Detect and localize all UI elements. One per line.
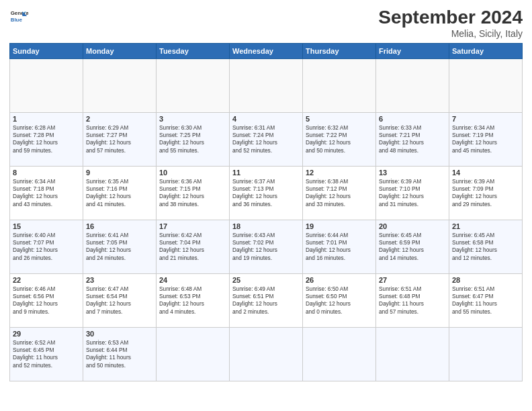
day-number: 19: [306, 222, 373, 230]
day-number: 4: [232, 115, 300, 123]
location: Melia, Sicily, Italy: [378, 28, 523, 39]
day-cell-7: 7 Sunrise: 6:34 AMSunset: 7:19 PMDayligh…: [449, 113, 523, 167]
cell-info: Sunrise: 6:46 AMSunset: 6:56 PMDaylight:…: [13, 285, 58, 315]
week-row-4: 15 Sunrise: 6:40 AMSunset: 7:07 PMDaylig…: [10, 220, 523, 274]
day-number: 23: [86, 276, 153, 284]
title-block: September 2024 Melia, Sicily, Italy: [378, 7, 523, 39]
day-number: 24: [159, 276, 226, 284]
col-saturday: Saturday: [449, 44, 523, 59]
day-cell-26: 26 Sunrise: 6:50 AMSunset: 6:50 PMDaylig…: [303, 274, 376, 328]
week-row-2: 1 Sunrise: 6:28 AMSunset: 7:28 PMDayligh…: [10, 113, 523, 167]
day-number: 12: [306, 169, 373, 177]
col-friday: Friday: [376, 44, 449, 59]
col-sunday: Sunday: [10, 44, 83, 59]
day-cell-3: 3 Sunrise: 6:30 AMSunset: 7:25 PMDayligh…: [157, 113, 230, 167]
day-number: 14: [452, 169, 519, 177]
day-number: 21: [452, 222, 519, 230]
cell-info: Sunrise: 6:53 AMSunset: 6:44 PMDaylight:…: [86, 339, 131, 369]
day-cell-21: 21 Sunrise: 6:45 AMSunset: 6:58 PMDaylig…: [449, 220, 523, 274]
day-cell-12: 12 Sunrise: 6:38 AMSunset: 7:12 PMDaylig…: [303, 167, 376, 220]
cell-empty: [157, 59, 230, 113]
day-cell-15: 15 Sunrise: 6:40 AMSunset: 7:07 PMDaylig…: [10, 220, 83, 274]
day-number: 3: [159, 115, 226, 123]
day-cell-18: 18 Sunrise: 6:43 AMSunset: 7:02 PMDaylig…: [230, 220, 303, 274]
day-cell-14: 14 Sunrise: 6:39 AMSunset: 7:09 PMDaylig…: [449, 167, 523, 220]
day-number: 16: [86, 222, 153, 230]
day-cell-24: 24 Sunrise: 6:48 AMSunset: 6:53 PMDaylig…: [157, 274, 230, 328]
logo-icon: General Blue: [9, 7, 28, 26]
day-cell-29: 29 Sunrise: 6:52 AMSunset: 6:45 PMDaylig…: [10, 328, 83, 381]
cell-info: Sunrise: 6:44 AMSunset: 7:01 PMDaylight:…: [306, 232, 351, 261]
day-cell-9: 9 Sunrise: 6:35 AMSunset: 7:16 PMDayligh…: [83, 167, 157, 220]
day-number: 11: [232, 169, 300, 177]
week-row-6: 29 Sunrise: 6:52 AMSunset: 6:45 PMDaylig…: [10, 328, 523, 381]
cell-info: Sunrise: 6:51 AMSunset: 6:48 PMDaylight:…: [379, 285, 424, 315]
cell-info: Sunrise: 6:50 AMSunset: 6:50 PMDaylight:…: [306, 285, 351, 315]
day-number: 15: [13, 222, 80, 230]
logo: General Blue: [9, 7, 28, 26]
month-title: September 2024: [378, 7, 523, 28]
col-wednesday: Wednesday: [230, 44, 303, 59]
day-number: 25: [232, 276, 300, 284]
day-cell-10: 10 Sunrise: 6:36 AMSunset: 7:15 PMDaylig…: [157, 167, 230, 220]
cell-info: Sunrise: 6:34 AMSunset: 7:18 PMDaylight:…: [13, 178, 58, 208]
cell-empty: [303, 328, 376, 381]
day-cell-13: 13 Sunrise: 6:39 AMSunset: 7:10 PMDaylig…: [376, 167, 449, 220]
cell-info: Sunrise: 6:35 AMSunset: 7:16 PMDaylight:…: [86, 178, 131, 208]
day-number: 17: [159, 222, 226, 230]
day-number: 13: [379, 169, 446, 177]
day-cell-22: 22 Sunrise: 6:46 AMSunset: 6:56 PMDaylig…: [10, 274, 83, 328]
cell-empty: [376, 59, 449, 113]
cell-empty: [83, 59, 157, 113]
cell-info: Sunrise: 6:45 AMSunset: 6:58 PMDaylight:…: [452, 232, 497, 261]
cell-empty: [449, 59, 523, 113]
day-cell-27: 27 Sunrise: 6:51 AMSunset: 6:48 PMDaylig…: [376, 274, 449, 328]
cell-info: Sunrise: 6:28 AMSunset: 7:28 PMDaylight:…: [13, 124, 58, 154]
day-number: 5: [306, 115, 373, 123]
day-cell-28: 28 Sunrise: 6:51 AMSunset: 6:47 PMDaylig…: [449, 274, 523, 328]
cell-empty: [376, 328, 449, 381]
day-cell-11: 11 Sunrise: 6:37 AMSunset: 7:13 PMDaylig…: [230, 167, 303, 220]
cell-empty: [10, 59, 83, 113]
day-cell-23: 23 Sunrise: 6:47 AMSunset: 6:54 PMDaylig…: [83, 274, 157, 328]
col-thursday: Thursday: [303, 44, 376, 59]
day-number: 2: [86, 115, 153, 123]
day-cell-20: 20 Sunrise: 6:45 AMSunset: 6:59 PMDaylig…: [376, 220, 449, 274]
cell-empty: [230, 328, 303, 381]
weekday-header-row: Sunday Monday Tuesday Wednesday Thursday…: [10, 44, 523, 59]
day-number: 6: [379, 115, 446, 123]
col-tuesday: Tuesday: [157, 44, 230, 59]
cell-info: Sunrise: 6:49 AMSunset: 6:51 PMDaylight:…: [232, 285, 277, 315]
day-number: 26: [306, 276, 373, 284]
day-number: 1: [13, 115, 80, 123]
day-cell-4: 4 Sunrise: 6:31 AMSunset: 7:24 PMDayligh…: [230, 113, 303, 167]
cell-empty: [303, 59, 376, 113]
cell-info: Sunrise: 6:48 AMSunset: 6:53 PMDaylight:…: [159, 285, 204, 315]
week-row-3: 8 Sunrise: 6:34 AMSunset: 7:18 PMDayligh…: [10, 167, 523, 220]
day-number: 22: [13, 276, 80, 284]
day-number: 7: [452, 115, 519, 123]
day-cell-17: 17 Sunrise: 6:42 AMSunset: 7:04 PMDaylig…: [157, 220, 230, 274]
cell-info: Sunrise: 6:52 AMSunset: 6:45 PMDaylight:…: [13, 339, 58, 369]
cell-info: Sunrise: 6:51 AMSunset: 6:47 PMDaylight:…: [452, 285, 497, 315]
day-cell-5: 5 Sunrise: 6:32 AMSunset: 7:22 PMDayligh…: [303, 113, 376, 167]
day-number: 28: [452, 276, 519, 284]
cell-info: Sunrise: 6:47 AMSunset: 6:54 PMDaylight:…: [86, 285, 131, 315]
cell-info: Sunrise: 6:37 AMSunset: 7:13 PMDaylight:…: [232, 178, 277, 208]
calendar-page: General Blue September 2024 Melia, Sicil…: [0, 0, 532, 411]
col-monday: Monday: [83, 44, 157, 59]
cell-info: Sunrise: 6:45 AMSunset: 6:59 PMDaylight:…: [379, 232, 424, 261]
day-number: 30: [86, 330, 153, 338]
day-cell-2: 2 Sunrise: 6:29 AMSunset: 7:27 PMDayligh…: [83, 113, 157, 167]
cell-info: Sunrise: 6:39 AMSunset: 7:09 PMDaylight:…: [452, 178, 497, 208]
day-number: 10: [159, 169, 226, 177]
day-cell-6: 6 Sunrise: 6:33 AMSunset: 7:21 PMDayligh…: [376, 113, 449, 167]
svg-text:Blue: Blue: [11, 17, 23, 23]
cell-info: Sunrise: 6:30 AMSunset: 7:25 PMDaylight:…: [159, 124, 204, 154]
day-number: 27: [379, 276, 446, 284]
cell-info: Sunrise: 6:40 AMSunset: 7:07 PMDaylight:…: [13, 232, 58, 261]
day-cell-30: 30 Sunrise: 6:53 AMSunset: 6:44 PMDaylig…: [83, 328, 157, 381]
day-number: 18: [232, 222, 300, 230]
cell-info: Sunrise: 6:36 AMSunset: 7:15 PMDaylight:…: [159, 178, 204, 208]
day-number: 9: [86, 169, 153, 177]
